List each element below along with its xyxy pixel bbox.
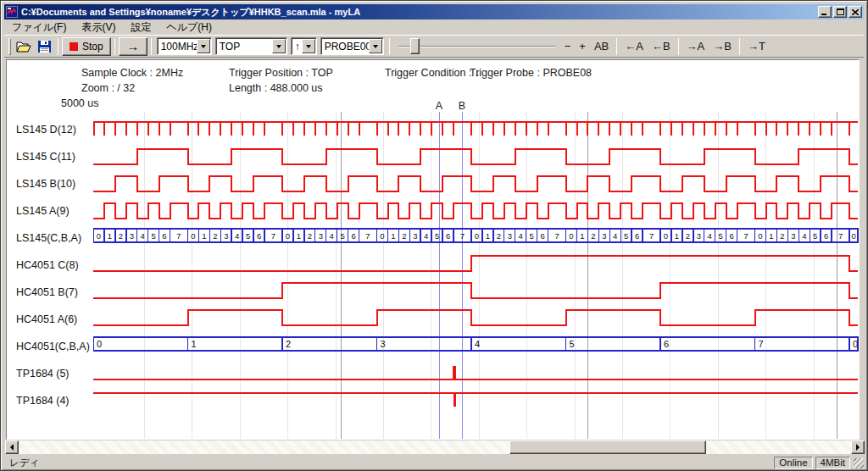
svg-text:7: 7 xyxy=(271,231,275,241)
svg-text:5: 5 xyxy=(151,231,155,241)
svg-text:2: 2 xyxy=(402,231,406,241)
save-button[interactable] xyxy=(34,37,54,56)
chevron-down-icon[interactable] xyxy=(302,39,315,53)
svg-text:5: 5 xyxy=(624,231,628,241)
svg-text:7: 7 xyxy=(649,231,654,241)
trigger-position-combo-value: TOP xyxy=(216,41,272,53)
svg-text:2: 2 xyxy=(780,231,784,241)
svg-text:4: 4 xyxy=(330,231,334,241)
menu-item-1[interactable]: 表示(V) xyxy=(74,19,123,36)
svg-text:2: 2 xyxy=(119,231,123,241)
toolbar: Stop → 100MHzTOP↑PROBE00 − + AB ←A ←B →A… xyxy=(4,35,864,58)
svg-text:4: 4 xyxy=(613,231,617,241)
memory-status-badge: 4MBit xyxy=(815,457,850,469)
svg-text:1: 1 xyxy=(297,231,301,241)
trigger-probe-info: Trigger Probe : PROBE08 xyxy=(470,67,592,79)
svg-text:2: 2 xyxy=(308,231,312,241)
waveform-traces: 0123456701234567012345670123456701234567… xyxy=(93,112,859,413)
menu-item-3[interactable]: ヘルプ(H) xyxy=(159,19,220,36)
svg-text:1: 1 xyxy=(769,231,773,241)
svg-text:5: 5 xyxy=(530,231,534,241)
svg-text:3: 3 xyxy=(381,339,386,349)
zoom-slider[interactable] xyxy=(398,37,555,56)
waveform-panel: Sample Clock : 2MHz Trigger Position : T… xyxy=(6,59,860,440)
signal-label-0: LS145 D(12) xyxy=(16,124,76,137)
zoom-info: Zoom : / 32 xyxy=(81,82,135,94)
svg-text:1: 1 xyxy=(108,231,112,241)
chevron-down-icon[interactable] xyxy=(369,39,382,53)
scroll-right-icon xyxy=(856,444,860,451)
time-scale-label: 5000 us xyxy=(61,97,98,109)
svg-text:0: 0 xyxy=(286,231,290,241)
maximize-button[interactable] xyxy=(833,6,847,18)
signal-label-1: LS145 C(11) xyxy=(16,151,75,164)
svg-text:0: 0 xyxy=(758,231,762,241)
svg-text:1: 1 xyxy=(192,339,197,349)
menu-item-0[interactable]: ファイル(F) xyxy=(4,19,74,36)
svg-text:0: 0 xyxy=(664,231,668,241)
open-file-button[interactable] xyxy=(14,37,34,56)
signal-label-3: LS145 A(9) xyxy=(16,205,70,219)
svg-text:1: 1 xyxy=(675,231,679,241)
zoom-out-button[interactable]: − xyxy=(560,38,576,54)
svg-text:2: 2 xyxy=(213,231,217,241)
svg-text:6: 6 xyxy=(635,231,639,241)
ab-range-button[interactable]: AB xyxy=(590,38,613,54)
svg-text:0: 0 xyxy=(569,231,573,241)
goto-trigger-button[interactable]: →T xyxy=(743,38,770,54)
sample-clock-combo[interactable]: 100MHz xyxy=(157,37,212,55)
svg-text:6: 6 xyxy=(664,339,669,349)
svg-text:7: 7 xyxy=(176,231,181,241)
svg-text:7: 7 xyxy=(460,231,465,241)
trigger-probe-combo[interactable]: PROBE00 xyxy=(320,37,384,55)
signal-label-4: LS145(C,B,A) xyxy=(16,232,81,246)
toolbar-grip[interactable] xyxy=(8,38,11,55)
cursor-b-label: B xyxy=(457,100,467,112)
chevron-down-icon[interactable] xyxy=(197,39,210,53)
waveform-plot[interactable]: 0123456701234567012345670123456701234567… xyxy=(93,112,859,440)
slider-track xyxy=(398,46,555,47)
online-status-badge: Online xyxy=(774,457,812,469)
trigger-probe-combo-value: PROBE00 xyxy=(321,41,369,53)
set-cursor-a-button[interactable]: →A xyxy=(682,38,709,54)
slider-thumb[interactable] xyxy=(410,38,420,54)
chevron-down-icon[interactable] xyxy=(272,39,286,53)
svg-text:4: 4 xyxy=(475,339,480,349)
close-button[interactable] xyxy=(849,6,862,18)
svg-text:6: 6 xyxy=(446,231,450,241)
toolbar-separator xyxy=(389,38,390,55)
svg-text:3: 3 xyxy=(319,231,323,241)
svg-text:3: 3 xyxy=(508,231,512,241)
signal-label-10: TP1684 (4) xyxy=(16,395,70,408)
signal-label-9: TP1684 (5) xyxy=(16,368,70,381)
signal-label-8: HC4051(C,B,A) xyxy=(16,341,90,354)
sample-clock-info: Sample Clock : 2MHz xyxy=(81,67,183,79)
minimize-button[interactable] xyxy=(818,6,832,18)
svg-text:5: 5 xyxy=(570,339,575,349)
menu-item-2[interactable]: 設定 xyxy=(123,19,159,36)
title-bar[interactable]: C:¥Documents and Settings¥noname¥デスクトップ¥… xyxy=(4,4,864,19)
zoom-in-button[interactable]: + xyxy=(575,38,590,54)
horizontal-scrollbar[interactable] xyxy=(5,441,865,454)
trigger-position-combo[interactable]: TOP xyxy=(215,37,287,55)
trigger-edge-combo[interactable]: ↑ xyxy=(291,37,317,55)
status-bar: レディ Online 4MBit xyxy=(4,456,864,469)
scroll-left-icon xyxy=(10,444,14,451)
scrollbar-thumb[interactable] xyxy=(509,441,706,454)
toolbar-separator xyxy=(739,38,740,55)
app-window: C:¥Documents and Settings¥noname¥デスクトップ¥… xyxy=(0,0,868,471)
set-cursor-b-button[interactable]: →B xyxy=(709,38,736,54)
stop-button[interactable]: Stop xyxy=(62,37,111,56)
goto-cursor-b-button[interactable]: ←B xyxy=(648,38,675,54)
run-button[interactable]: → xyxy=(119,37,147,56)
scroll-left-button[interactable] xyxy=(5,441,19,454)
svg-text:0: 0 xyxy=(97,231,101,241)
goto-cursor-a-button[interactable]: ←A xyxy=(620,38,648,54)
svg-text:6: 6 xyxy=(540,231,544,241)
svg-text:7: 7 xyxy=(365,231,370,241)
scroll-right-button[interactable] xyxy=(851,441,865,454)
svg-text:0: 0 xyxy=(851,231,855,241)
resize-grip[interactable] xyxy=(854,458,864,468)
svg-text:4: 4 xyxy=(519,231,523,241)
svg-text:5: 5 xyxy=(246,231,250,241)
